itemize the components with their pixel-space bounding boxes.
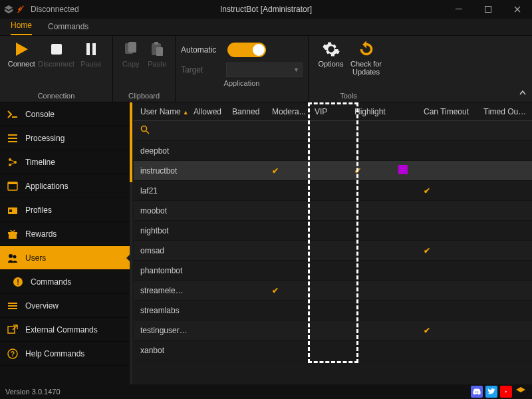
play-icon: [12, 40, 31, 59]
table-row[interactable]: xanbot: [134, 340, 532, 360]
table-row[interactable]: streameleme...✔: [134, 281, 532, 301]
applications-icon: [7, 180, 19, 192]
svg-rect-10: [12, 116, 17, 118]
th-banned[interactable]: Banned: [232, 107, 272, 116]
table-row[interactable]: omsad✔: [134, 241, 532, 261]
sort-asc-icon: ▲: [183, 109, 189, 116]
th-can-timeout[interactable]: Can Timeout: [424, 107, 483, 116]
discord-icon[interactable]: [471, 386, 483, 398]
svg-rect-30: [8, 327, 15, 333]
svg-text:!: !: [17, 278, 19, 286]
sidebar-item-external-commands[interactable]: External Commands: [0, 318, 130, 342]
svg-rect-0: [456, 9, 462, 9]
table-row[interactable]: instructbot✔✔: [134, 161, 532, 181]
table-row[interactable]: testinguserfo...✔: [134, 321, 532, 340]
maximize-button[interactable]: [473, 0, 503, 19]
sidebar-item-overview[interactable]: Overview: [0, 294, 130, 318]
svg-rect-21: [9, 233, 17, 239]
ribbon-collapse-button[interactable]: [519, 89, 527, 99]
ribbon-group-connection-label: Connection: [5, 90, 107, 102]
sidebar-item-console[interactable]: Console: [0, 102, 130, 126]
automatic-toggle[interactable]: [227, 43, 266, 57]
help-icon: ?: [7, 348, 19, 360]
external-commands-icon: [7, 324, 19, 336]
disconnected-icon: [16, 5, 25, 14]
svg-text:?: ?: [11, 350, 15, 358]
svg-point-23: [9, 254, 13, 258]
th-moderator[interactable]: Modera...: [272, 107, 315, 116]
profiles-icon: [7, 204, 19, 216]
th-allowed[interactable]: Allowed: [194, 107, 232, 116]
th-timed-out[interactable]: Timed Out Until: [483, 107, 532, 116]
table-header: User Name▲ Allowed Banned Modera... VIP …: [134, 102, 532, 121]
svg-rect-2: [51, 44, 62, 55]
target-label: Target: [181, 65, 219, 74]
pause-button[interactable]: Pause: [75, 39, 108, 68]
automatic-label: Automatic: [181, 45, 221, 55]
ribbon: Connect Disconnect Pause Connection Copy: [0, 36, 532, 102]
table-row[interactable]: streamlabs: [134, 301, 532, 321]
app-status-icon[interactable]: [515, 386, 527, 398]
th-username[interactable]: User Name▲: [140, 107, 194, 116]
svg-point-24: [13, 255, 17, 258]
svg-rect-4: [92, 43, 96, 55]
scrollbar-thumb[interactable]: [130, 102, 132, 182]
search-icon[interactable]: [140, 125, 150, 136]
sidebar-item-timeline[interactable]: Timeline: [0, 150, 130, 174]
close-button[interactable]: [503, 0, 532, 19]
svg-point-33: [142, 126, 147, 132]
svg-rect-3: [86, 43, 90, 55]
connection-status: Disconnected: [31, 5, 79, 14]
stop-icon: [47, 40, 66, 59]
rewards-icon: [7, 228, 19, 240]
table-row[interactable]: nightbot: [134, 221, 532, 241]
table-row[interactable]: moobot: [134, 201, 532, 221]
table-row[interactable]: laf21✔: [134, 181, 532, 201]
svg-rect-8: [154, 42, 158, 45]
svg-rect-28: [8, 305, 17, 307]
app-logo-icon: [4, 5, 13, 14]
minimize-button[interactable]: [444, 0, 473, 19]
table-row[interactable]: phantombot: [134, 261, 532, 281]
pause-icon: [82, 40, 100, 59]
svg-rect-29: [8, 308, 17, 309]
sidebar: Console Processing Timeline Applications…: [0, 102, 130, 384]
sidebar-item-help-commands[interactable]: ? Help Commands: [0, 342, 130, 366]
sidebar-item-processing[interactable]: Processing: [0, 126, 130, 150]
target-select[interactable]: ▼: [226, 63, 303, 77]
twitter-icon[interactable]: [485, 386, 497, 398]
options-button[interactable]: Options: [314, 39, 348, 68]
sidebar-item-rewards[interactable]: Rewards: [0, 222, 130, 246]
gear-icon: [322, 40, 340, 59]
th-highlight[interactable]: Highlight: [354, 107, 398, 116]
svg-rect-11: [8, 134, 17, 136]
sidebar-item-commands[interactable]: ! Commands: [0, 270, 130, 294]
paste-button[interactable]: Paste: [145, 39, 170, 68]
check-updates-button[interactable]: Check for Updates: [349, 39, 383, 76]
ribbon-group-application-label: Application: [181, 77, 303, 89]
tab-home[interactable]: Home: [11, 17, 32, 35]
copy-icon: [122, 40, 140, 59]
table-row[interactable]: deepbot: [134, 141, 532, 161]
copy-button[interactable]: Copy: [118, 39, 144, 68]
version-label: Version 3.0.1470: [5, 388, 61, 396]
timeline-icon: [7, 156, 19, 168]
svg-rect-18: [8, 182, 17, 184]
svg-rect-12: [8, 138, 17, 139]
disconnect-button[interactable]: Disconnect: [39, 39, 74, 68]
th-vip[interactable]: VIP: [315, 107, 354, 116]
sidebar-item-profiles[interactable]: Profiles: [0, 198, 130, 222]
sidebar-item-users[interactable]: Users: [0, 246, 130, 270]
svg-rect-13: [8, 141, 17, 142]
chevron-down-icon: ▼: [293, 66, 299, 73]
ribbon-tabs: Home Commands: [0, 19, 532, 36]
youtube-icon[interactable]: [500, 386, 512, 398]
users-table: User Name▲ Allowed Banned Modera... VIP …: [130, 102, 532, 384]
svg-rect-27: [8, 303, 17, 304]
processing-icon: [7, 132, 19, 144]
ribbon-group-tools-label: Tools: [314, 90, 383, 102]
connect-button[interactable]: Connect: [5, 39, 38, 68]
console-icon: [7, 108, 19, 120]
tab-commands[interactable]: Commands: [48, 18, 88, 35]
sidebar-item-applications[interactable]: Applications: [0, 174, 130, 198]
